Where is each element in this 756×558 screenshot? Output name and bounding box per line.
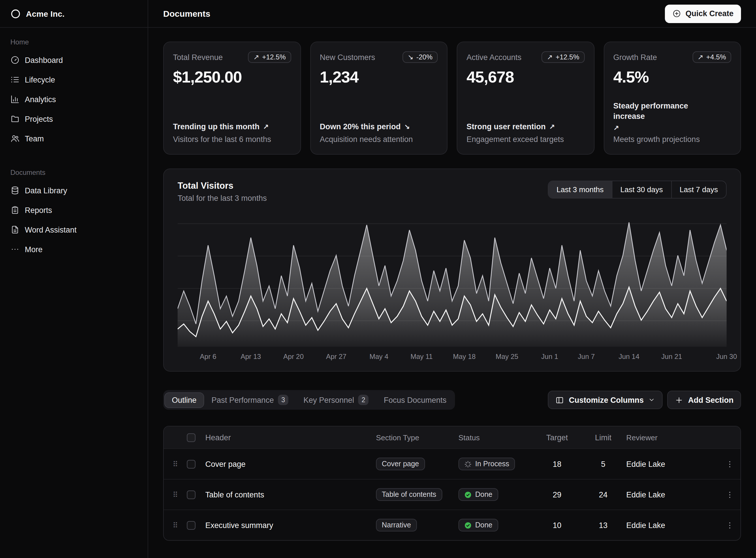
sidebar-item-word-assistant[interactable]: Word Assistant xyxy=(5,221,143,239)
trend-badge: ↗ +12.5% xyxy=(542,51,585,63)
sidebar-item-dashboard[interactable]: Dashboard xyxy=(5,51,143,69)
sidebar-item-team[interactable]: Team xyxy=(5,129,143,148)
row-checkbox[interactable] xyxy=(187,490,195,499)
bar-chart-icon xyxy=(10,95,20,104)
tab-count-badge: 3 xyxy=(278,395,289,405)
quick-create-label: Quick Create xyxy=(685,9,733,18)
main-area: Documents Quick Create Total Revenue ↗ +… xyxy=(148,0,756,558)
stat-card-new-customers: New Customers ↘ -20% 1,234 Down 20% this… xyxy=(310,42,448,155)
range-toggle: Last 3 months Last 30 days Last 7 days xyxy=(548,181,727,199)
check-circle-icon xyxy=(464,491,472,498)
table-row-table-of-contents: ⠿ Table of contents Table of contents Do… xyxy=(164,479,740,509)
trend-badge-value: +4.5% xyxy=(706,53,726,61)
reviewer-cell[interactable]: Eddie Lake xyxy=(626,490,719,499)
stat-footline: Down 20% this period↘ xyxy=(320,122,421,132)
row-menu-button[interactable] xyxy=(721,486,737,503)
drag-handle-icon[interactable]: ⠿ xyxy=(172,521,178,529)
tab-focus-documents[interactable]: Focus Documents xyxy=(377,393,454,407)
quick-create-button[interactable]: Quick Create xyxy=(665,4,741,23)
content: Total Revenue ↗ +12.5% $1,250.00 Trendin… xyxy=(148,28,756,555)
stat-footline: Trending up this month↗ xyxy=(173,122,274,132)
stat-label: Growth Rate xyxy=(613,51,657,62)
row-header-cell[interactable]: Table of contents xyxy=(205,490,376,499)
drag-handle-icon[interactable]: ⠿ xyxy=(172,460,178,468)
limit-cell[interactable]: 24 xyxy=(580,490,626,499)
visitors-card-header: Total Visitors Total for the last 3 mont… xyxy=(178,181,267,203)
row-header-cell[interactable]: Cover page xyxy=(205,460,376,468)
trending-down-icon: ↘ xyxy=(404,123,410,130)
row-menu-button[interactable] xyxy=(721,517,737,533)
sidebar-item-label: Analytics xyxy=(25,95,56,104)
sidebar-item-analytics[interactable]: Analytics xyxy=(5,90,143,108)
list-icon xyxy=(10,75,20,84)
row-menu-button[interactable] xyxy=(721,456,737,472)
tab-outline[interactable]: Outline xyxy=(165,393,204,407)
row-checkbox[interactable] xyxy=(187,460,195,468)
stat-cards: Total Revenue ↗ +12.5% $1,250.00 Trendin… xyxy=(163,42,741,155)
customize-columns-button[interactable]: Customize Columns xyxy=(548,391,663,409)
sidebar-item-lifecycle[interactable]: Lifecycle xyxy=(5,70,143,89)
brand[interactable]: Acme Inc. xyxy=(0,0,147,28)
circle-plus-icon xyxy=(672,9,681,18)
drag-handle-icon[interactable]: ⠿ xyxy=(172,490,178,499)
sidebar-section-home-label: Home xyxy=(0,33,147,50)
trend-badge-value: +12.5% xyxy=(556,53,579,61)
stat-subline: Acquisition needs attention xyxy=(320,135,438,145)
limit-cell[interactable]: 13 xyxy=(580,521,626,529)
target-cell[interactable]: 18 xyxy=(534,460,580,468)
trending-up-icon: ↗ xyxy=(547,54,553,60)
target-cell[interactable]: 10 xyxy=(534,521,580,529)
trending-up-icon: ↗ xyxy=(698,54,703,60)
loader-icon xyxy=(464,460,472,468)
status-badge: In Process xyxy=(458,458,515,470)
reviewer-cell[interactable]: Eddie Lake xyxy=(626,460,719,468)
gauge-icon xyxy=(10,55,20,65)
col-header: Header xyxy=(205,433,376,442)
clipboard-icon xyxy=(10,205,20,215)
stat-card-active-accounts: Active Accounts ↗ +12.5% 45,678 Strong u… xyxy=(457,42,594,155)
sidebar-item-label: Word Assistant xyxy=(25,225,77,234)
app-root: Acme Inc. Home Dashboard Lifecycle xyxy=(0,0,756,558)
users-icon xyxy=(10,134,20,143)
stat-label: Active Accounts xyxy=(466,51,521,62)
stat-value: 1,234 xyxy=(320,68,438,86)
add-section-button[interactable]: Add Section xyxy=(667,391,741,409)
columns-icon xyxy=(556,396,564,404)
visitors-title: Total Visitors xyxy=(178,181,267,191)
trending-up-icon: ↗ xyxy=(613,125,619,132)
range-last-30-days[interactable]: Last 30 days xyxy=(612,181,671,198)
tab-key-personnel[interactable]: Key Personnel2 xyxy=(296,392,375,408)
x-axis-labels: Apr 6Apr 13Apr 20Apr 27May 4May 11May 18… xyxy=(178,353,727,363)
status-badge: Done xyxy=(458,488,498,501)
col-status: Status xyxy=(458,433,534,442)
database-icon xyxy=(10,186,20,195)
ellipsis-icon xyxy=(10,245,20,254)
trending-up-icon: ↗ xyxy=(549,123,555,130)
chevron-down-icon xyxy=(648,397,655,403)
reviewer-cell[interactable]: Eddie Lake xyxy=(626,521,719,529)
row-header-cell[interactable]: Executive summary xyxy=(205,521,376,529)
sidebar-item-reports[interactable]: Reports xyxy=(5,201,143,219)
row-checkbox[interactable] xyxy=(187,521,195,529)
stat-footline: Strong user retention↗ xyxy=(466,122,568,132)
stat-card-growth-rate: Growth Rate ↗ +4.5% 4.5% Steady performa… xyxy=(603,42,741,155)
range-last-3-months[interactable]: Last 3 months xyxy=(548,181,612,198)
select-all-checkbox[interactable] xyxy=(187,433,195,442)
range-last-7-days[interactable]: Last 7 days xyxy=(671,181,726,198)
check-circle-icon xyxy=(464,522,472,529)
status-badge: Done xyxy=(458,519,498,531)
target-cell[interactable]: 29 xyxy=(534,490,580,499)
folder-icon xyxy=(10,114,20,124)
table-row-cover-page: ⠿ Cover page Cover page In Process 18 5 xyxy=(164,448,740,479)
sidebar-item-more[interactable]: More xyxy=(5,240,143,258)
topbar: Documents Quick Create xyxy=(148,0,756,28)
visitors-area-chart[interactable] xyxy=(178,220,727,347)
stat-subline: Meets growth projections xyxy=(613,135,731,145)
tab-past-performance[interactable]: Past Performance3 xyxy=(205,392,296,408)
col-limit: Limit xyxy=(580,433,626,442)
sidebar-item-data-library[interactable]: Data Library xyxy=(5,181,143,200)
tab-count-badge: 2 xyxy=(358,395,369,405)
trending-up-icon: ↗ xyxy=(253,54,259,60)
limit-cell[interactable]: 5 xyxy=(580,460,626,468)
sidebar-item-projects[interactable]: Projects xyxy=(5,110,143,128)
